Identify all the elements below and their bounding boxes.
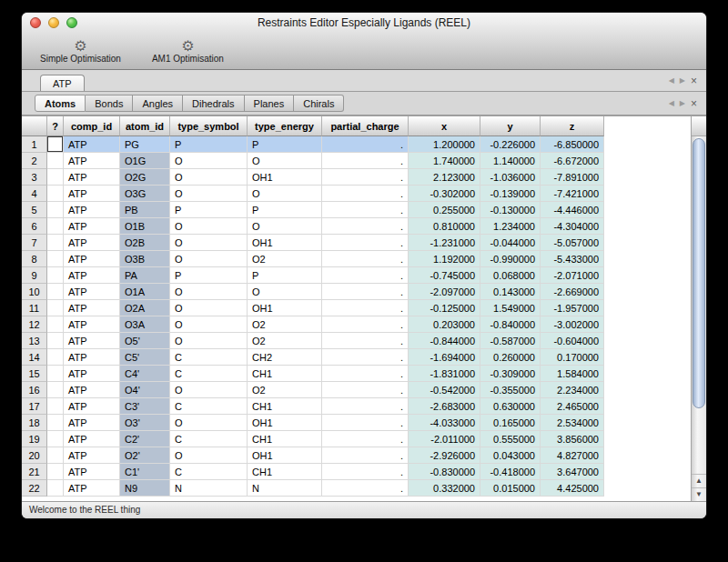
cell-flag[interactable] xyxy=(47,431,64,447)
cell-z[interactable]: -1.957000 xyxy=(541,300,604,316)
row-number[interactable]: 4 xyxy=(22,186,47,202)
cell-comp_id[interactable]: ATP xyxy=(64,316,120,333)
row-number[interactable]: 20 xyxy=(22,447,47,464)
cell-type_symbol[interactable]: O xyxy=(170,415,248,431)
cell-comp_id[interactable]: ATP xyxy=(64,349,120,366)
column-header-comp_id[interactable]: comp_id xyxy=(64,116,120,136)
cell-comp_id[interactable]: ATP xyxy=(64,202,120,218)
cell-y[interactable]: -0.139000 xyxy=(480,186,541,202)
cell-comp_id[interactable]: ATP xyxy=(64,251,120,267)
cell-partial_charge[interactable]: . xyxy=(322,382,409,398)
column-header-atom_id[interactable]: atom_id xyxy=(120,116,170,136)
cell-type_symbol[interactable]: O xyxy=(170,235,248,251)
cell-z[interactable]: 1.584000 xyxy=(541,366,604,382)
cell-flag[interactable] xyxy=(47,136,64,153)
row-number[interactable]: 10 xyxy=(22,284,47,300)
cell-z[interactable]: -5.057000 xyxy=(541,235,604,251)
cell-type_symbol[interactable]: C xyxy=(170,431,248,447)
cell-comp_id[interactable]: ATP xyxy=(64,153,120,169)
am1-optimisation-button[interactable]: ⚙ AM1 Optimisation xyxy=(145,37,231,65)
cell-partial_charge[interactable]: . xyxy=(322,267,409,284)
column-header-type_symbol[interactable]: type_symbol xyxy=(170,116,248,136)
row-number[interactable]: 1 xyxy=(22,136,47,153)
cell-z[interactable]: -4.304000 xyxy=(541,218,604,235)
scroll-up-icon[interactable]: ▲ xyxy=(692,474,706,487)
cell-y[interactable]: -0.840000 xyxy=(480,316,541,333)
cell-y[interactable]: -0.418000 xyxy=(480,464,541,480)
cell-flag[interactable] xyxy=(47,349,64,366)
cell-partial_charge[interactable]: . xyxy=(322,431,409,447)
cell-flag[interactable] xyxy=(47,464,64,480)
cell-z[interactable]: -2.071000 xyxy=(541,267,604,284)
row-number[interactable]: 21 xyxy=(22,464,47,480)
cell-y[interactable]: -0.990000 xyxy=(480,251,541,267)
cell-type_symbol[interactable]: O xyxy=(170,218,248,235)
vertical-scrollbar[interactable]: ▲ ▼ xyxy=(691,116,706,501)
cell-type_symbol[interactable]: O xyxy=(170,382,248,398)
cell-y[interactable]: 0.260000 xyxy=(480,349,541,366)
cell-type_symbol[interactable]: P xyxy=(170,267,248,284)
cell-type_energy[interactable]: O2 xyxy=(248,251,322,267)
cell-z[interactable]: -4.446000 xyxy=(541,202,604,218)
cell-type_symbol[interactable]: O xyxy=(170,447,248,464)
cell-type_energy[interactable]: O2 xyxy=(248,333,322,349)
cell-partial_charge[interactable]: . xyxy=(322,136,409,153)
cell-atom_id[interactable]: C1' xyxy=(120,464,170,480)
cell-x[interactable]: -2.011000 xyxy=(409,431,480,447)
cell-flag[interactable] xyxy=(47,153,64,169)
cell-comp_id[interactable]: ATP xyxy=(64,464,120,480)
title-bar[interactable]: Restraints Editor Especially Ligands (RE… xyxy=(22,13,706,33)
scroll-down-icon[interactable]: ▼ xyxy=(692,487,706,501)
column-header-x[interactable]: x xyxy=(409,116,480,136)
cell-atom_id[interactable]: O1B xyxy=(120,218,170,235)
cell-flag[interactable] xyxy=(47,300,64,316)
cell-y[interactable]: -0.309000 xyxy=(480,366,541,382)
cell-comp_id[interactable]: ATP xyxy=(64,398,120,415)
cell-x[interactable]: -4.033000 xyxy=(409,415,480,431)
cell-flag[interactable] xyxy=(47,382,64,398)
cell-partial_charge[interactable]: . xyxy=(322,480,409,497)
cell-atom_id[interactable]: C5' xyxy=(120,349,170,366)
cell-type_symbol[interactable]: C xyxy=(170,366,248,382)
cell-atom_id[interactable]: O1A xyxy=(120,284,170,300)
cell-comp_id[interactable]: ATP xyxy=(64,333,120,349)
cell-flag[interactable] xyxy=(47,415,64,431)
cell-x[interactable]: 1.192000 xyxy=(409,251,480,267)
cell-flag[interactable] xyxy=(47,235,64,251)
cell-partial_charge[interactable]: . xyxy=(322,284,409,300)
cell-x[interactable]: 1.200000 xyxy=(409,136,480,153)
cell-atom_id[interactable]: O2A xyxy=(120,300,170,316)
cell-type_symbol[interactable]: O xyxy=(170,169,248,186)
tab-close-icon[interactable]: × xyxy=(691,98,697,109)
cell-x[interactable]: -2.926000 xyxy=(409,447,480,464)
cell-y[interactable]: -0.355000 xyxy=(480,382,541,398)
cell-y[interactable]: 0.068000 xyxy=(480,267,541,284)
cell-type_symbol[interactable]: C xyxy=(170,464,248,480)
cell-type_energy[interactable]: OH1 xyxy=(248,447,322,464)
tab-scroll-right-icon[interactable]: ▶ xyxy=(680,99,685,108)
cell-z[interactable]: 2.534000 xyxy=(541,415,604,431)
cell-x[interactable]: -0.125000 xyxy=(409,300,480,316)
tab-atoms[interactable]: Atoms xyxy=(35,95,86,112)
cell-x[interactable]: 1.740000 xyxy=(409,153,480,169)
cell-comp_id[interactable]: ATP xyxy=(64,267,120,284)
cell-type_symbol[interactable]: C xyxy=(170,398,248,415)
cell-partial_charge[interactable]: . xyxy=(322,169,409,186)
cell-type_symbol[interactable]: P xyxy=(170,202,248,218)
cell-y[interactable]: -0.130000 xyxy=(480,202,541,218)
cell-z[interactable]: -7.421000 xyxy=(541,186,604,202)
cell-type_energy[interactable]: P xyxy=(248,136,322,153)
cell-type_energy[interactable]: O xyxy=(248,186,322,202)
cell-type_symbol[interactable]: O xyxy=(170,153,248,169)
cell-atom_id[interactable]: PG xyxy=(120,136,170,153)
cell-flag[interactable] xyxy=(47,447,64,464)
row-number[interactable]: 14 xyxy=(22,349,47,366)
cell-comp_id[interactable]: ATP xyxy=(64,235,120,251)
cell-type_energy[interactable]: N xyxy=(248,480,322,497)
cell-type_energy[interactable]: P xyxy=(248,202,322,218)
cell-flag[interactable] xyxy=(47,316,64,333)
cell-x[interactable]: -0.844000 xyxy=(409,333,480,349)
row-number[interactable]: 3 xyxy=(22,169,47,186)
cell-flag[interactable] xyxy=(47,267,64,284)
row-number[interactable]: 17 xyxy=(22,398,47,415)
